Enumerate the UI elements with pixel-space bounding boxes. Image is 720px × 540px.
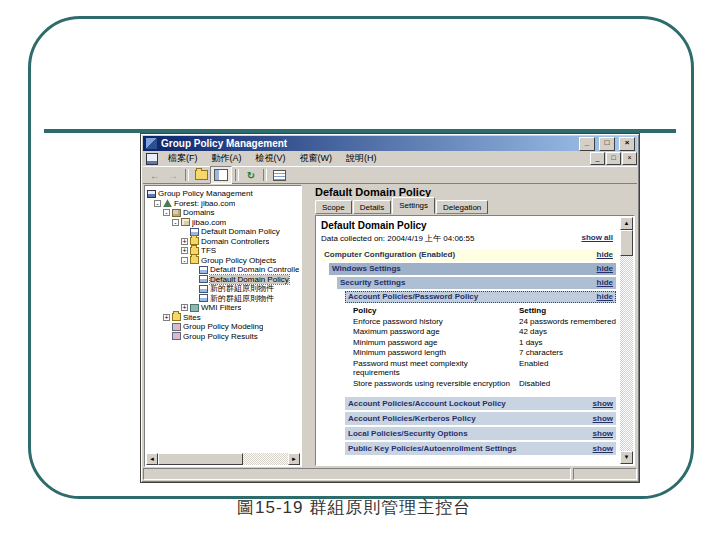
expand-toggle[interactable]: +: [163, 314, 170, 321]
forward-icon[interactable]: →: [164, 168, 182, 182]
results-icon: [172, 332, 181, 340]
scrollbar-thumb[interactable]: [158, 453, 243, 465]
section-label: Computer Configuration (Enabled): [324, 250, 455, 259]
document-glyph: [273, 170, 286, 181]
title-bar[interactable]: Group Policy Management _ □ ×: [143, 136, 637, 151]
scrollbar-thumb[interactable]: [620, 230, 633, 256]
minimize-button[interactable]: _: [579, 137, 595, 151]
tab-strip: Scope Details Settings Delegation: [315, 198, 637, 214]
menu-item-action[interactable]: 動作(A): [205, 151, 249, 166]
section-label: Security Settings: [340, 278, 405, 287]
section-label: Account Policies/Account Lockout Policy: [348, 399, 506, 408]
hide-link[interactable]: hide: [597, 291, 616, 303]
section-password-policy: hide Account Policies/Password Policy: [345, 291, 616, 303]
expand-toggle[interactable]: -: [172, 219, 179, 226]
export-list-icon[interactable]: [270, 168, 288, 182]
tree-item-label: Default Domain Controlle: [210, 265, 299, 274]
scroll-down-icon[interactable]: ▼: [620, 451, 633, 464]
section-autoenrollment: show Public Key Policies/Autoenrollment …: [345, 442, 616, 455]
tab-details[interactable]: Details: [353, 200, 391, 214]
folder-icon: [190, 256, 199, 264]
tree-item-label: Group Policy Results: [183, 332, 258, 341]
tree-item-wmi-filters[interactable]: + WMI Filters: [146, 303, 300, 313]
expand-toggle[interactable]: -: [181, 257, 188, 264]
section-label: Account Policies/Password Policy: [348, 292, 478, 301]
tree-item-label: TFS: [201, 246, 216, 255]
menu-item-file[interactable]: 檔案(F): [161, 151, 205, 166]
scroll-left-icon[interactable]: ◄: [146, 453, 158, 465]
console-tree-toggle-icon[interactable]: [210, 166, 232, 184]
scrollbar-track[interactable]: [243, 453, 288, 465]
section-account-lockout: show Account Policies/Account Lockout Po…: [345, 397, 616, 410]
menu-item-window[interactable]: 視窗(W): [293, 151, 340, 166]
scroll-up-icon[interactable]: ▲: [620, 217, 633, 230]
hide-link[interactable]: hide: [597, 249, 616, 261]
tree-item-gpo[interactable]: 新的群組原則物件: [146, 294, 300, 304]
menu-item-view[interactable]: 檢視(V): [249, 151, 293, 166]
tab-settings[interactable]: Settings: [392, 197, 435, 214]
tree-item-label: 新的群組原則物件: [210, 293, 274, 304]
tree-item-root[interactable]: Group Policy Management: [146, 189, 300, 199]
tree-item-domain-controllers[interactable]: + Domain Controllers: [146, 237, 300, 247]
tree-horizontal-scrollbar[interactable]: ◄ ►: [146, 453, 300, 465]
column-header-policy: Policy: [353, 306, 519, 316]
folder-glyph: [195, 170, 208, 180]
toolbar-separator: [235, 169, 239, 181]
tree-item-label: Domain Controllers: [201, 237, 269, 246]
child-restore-button[interactable]: □: [606, 152, 621, 165]
expand-toggle[interactable]: +: [181, 304, 188, 311]
up-folder-icon[interactable]: [192, 168, 210, 182]
collapsed-sections: show Account Policies/Account Lockout Po…: [321, 397, 616, 455]
tree-item-label: Domains: [183, 208, 215, 217]
tree-item-domain[interactable]: - jibao.com: [146, 218, 300, 228]
policy-cell: Enforce password history: [353, 317, 519, 327]
table-row: Minimum password age 1 days: [353, 338, 616, 348]
table-row: Store passwords using reversible encrypt…: [353, 379, 616, 389]
back-icon[interactable]: ←: [146, 168, 164, 182]
policy-cell: Minimum password length: [353, 348, 519, 358]
gpo-icon: [199, 275, 208, 283]
expand-toggle[interactable]: -: [154, 200, 161, 207]
close-button[interactable]: ×: [619, 137, 635, 151]
tree-item-gpo-link[interactable]: Default Domain Policy: [146, 227, 300, 237]
show-link[interactable]: show: [593, 427, 616, 440]
child-minimize-button[interactable]: _: [590, 152, 605, 165]
policy-cell: Maximum password age: [353, 327, 519, 337]
client-area: Group Policy Management - Forest: jibao.…: [143, 184, 637, 468]
expand-toggle[interactable]: +: [181, 238, 188, 245]
pane-title: Default Domain Policy: [315, 186, 637, 198]
tree-item-tfs[interactable]: + TFS: [146, 246, 300, 256]
menu-item-help[interactable]: 說明(H): [339, 151, 384, 166]
hide-link[interactable]: hide: [597, 277, 616, 289]
column-header-setting: Setting: [519, 306, 616, 316]
refresh-icon[interactable]: ↻: [242, 168, 260, 182]
tree-item-label: Forest: jibao.com: [174, 199, 235, 208]
tab-scope[interactable]: Scope: [315, 200, 352, 214]
toolbar-separator: [263, 169, 267, 181]
expand-toggle[interactable]: +: [181, 247, 188, 254]
scroll-right-icon[interactable]: ►: [288, 453, 300, 465]
section-label: Windows Settings: [332, 264, 401, 273]
tree-item-domains[interactable]: - Domains: [146, 208, 300, 218]
setting-cell: 1 days: [519, 338, 616, 348]
section-label: Account Policies/Kerberos Policy: [348, 414, 476, 423]
tree-item-gp-modeling[interactable]: Group Policy Modeling: [146, 322, 300, 332]
tree-item-sites[interactable]: + Sites: [146, 313, 300, 323]
show-all-link[interactable]: show all: [581, 233, 616, 242]
expand-toggle[interactable]: -: [163, 209, 170, 216]
child-close-button[interactable]: ×: [622, 152, 637, 165]
table-row: Password must meet complexity requiremen…: [353, 359, 616, 378]
tab-delegation[interactable]: Delegation: [436, 200, 488, 214]
status-cell: [573, 468, 637, 480]
report-vertical-scrollbar[interactable]: ▲ ▼: [620, 217, 633, 464]
maximize-button[interactable]: □: [599, 137, 615, 151]
show-link[interactable]: show: [593, 412, 616, 425]
tree-item-forest[interactable]: - Forest: jibao.com: [146, 199, 300, 209]
show-link[interactable]: show: [593, 442, 616, 455]
hide-link[interactable]: hide: [597, 263, 616, 275]
modeling-icon: [172, 323, 181, 331]
tree-item-gp-results[interactable]: Group Policy Results: [146, 332, 300, 342]
show-link[interactable]: show: [593, 397, 616, 410]
tree-item-gpo-container[interactable]: - Group Policy Objects: [146, 256, 300, 266]
tree-item-gpo[interactable]: Default Domain Controlle: [146, 265, 300, 275]
